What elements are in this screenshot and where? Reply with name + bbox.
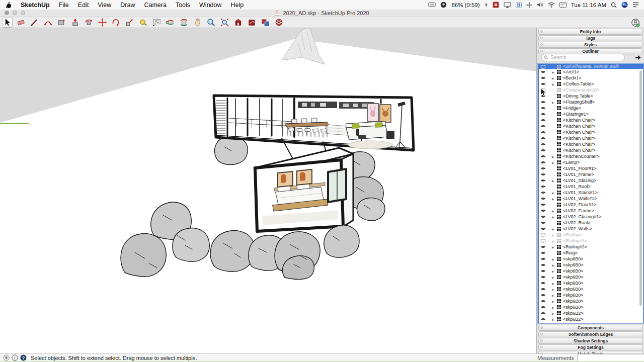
section-collapse-dot[interactable]	[540, 333, 543, 335]
volume-icon[interactable]	[537, 2, 543, 8]
expand-arrow-icon[interactable]: ▶	[552, 257, 556, 261]
visible-eye-icon[interactable]	[540, 269, 546, 273]
visible-eye-icon[interactable]	[540, 130, 546, 134]
section-collapse-dot[interactable]	[540, 30, 543, 33]
outliner-details-button[interactable]	[634, 54, 642, 61]
outliner-row[interactable]: ▶<Railing>	[539, 232, 643, 238]
outliner-row[interactable]: <Ruig>	[539, 250, 643, 256]
outliner-row[interactable]: ▶<LV01_Stairs#1>	[539, 190, 643, 196]
outliner-row[interactable]: ▶<skp6B0>	[539, 268, 643, 274]
orbit-tool[interactable]	[165, 18, 176, 28]
walk-tool[interactable]	[179, 18, 189, 28]
outliner-scrollbar[interactable]	[639, 70, 642, 306]
clock-text[interactable]: Tue 11:16 AM	[571, 2, 606, 8]
outliner-row[interactable]: ▶<skp6B0>	[539, 298, 643, 304]
model-viewport[interactable]	[0, 28, 536, 353]
visible-eye-icon[interactable]	[540, 185, 546, 189]
expand-arrow-icon[interactable]: ▶	[552, 239, 556, 243]
visible-eye-icon[interactable]	[540, 142, 546, 146]
outliner-row[interactable]: ▶<skp6B0>	[539, 262, 643, 268]
arc-tool[interactable]	[43, 18, 53, 28]
hidden-eye-icon[interactable]	[540, 239, 546, 243]
visible-eye-icon[interactable]	[540, 136, 546, 140]
visible-eye-icon[interactable]	[540, 305, 546, 309]
line-tool[interactable]	[29, 18, 40, 28]
outliner-row[interactable]: ▶<skp6B2>	[539, 310, 643, 316]
outliner-row[interactable]: ▶<skp6B0>	[539, 256, 643, 262]
outliner-row[interactable]: ▶<skp6B0>	[539, 304, 643, 310]
visible-eye-icon[interactable]	[540, 178, 546, 183]
push-pull-tool[interactable]	[70, 18, 80, 28]
visible-eye-icon[interactable]	[540, 251, 546, 255]
visible-eye-icon[interactable]	[540, 203, 546, 207]
expand-arrow-icon[interactable]: ▶	[552, 288, 556, 291]
expand-arrow-icon[interactable]: ▶	[552, 312, 556, 315]
outliner-row[interactable]: ▶<LV02_Walls>	[539, 226, 643, 232]
visible-eye-icon[interactable]	[540, 106, 546, 110]
outliner-row[interactable]: ▶<LV01_Glazing>	[539, 177, 643, 184]
shapes-tool[interactable]	[56, 18, 67, 28]
app-b-icon[interactable]: B	[516, 2, 522, 8]
offset-tool[interactable]	[84, 18, 94, 28]
visible-eye-icon[interactable]	[540, 209, 546, 213]
airplay-icon[interactable]	[504, 2, 511, 8]
expand-arrow-icon[interactable]: ▶	[552, 179, 556, 183]
visible-eye-icon[interactable]	[540, 257, 546, 261]
outliner-row[interactable]: <Kitchen Chair>	[539, 135, 643, 141]
menu-file[interactable]: File	[54, 2, 73, 9]
section-fog-settings[interactable]: Fog Settings	[538, 344, 643, 350]
share-model-tool[interactable]	[247, 18, 257, 28]
visible-eye-icon[interactable]	[540, 281, 546, 285]
outliner-row[interactable]: <Fridge>	[539, 105, 643, 111]
visible-eye-icon[interactable]	[540, 275, 546, 279]
section-entity-info[interactable]: Entity Info	[538, 29, 642, 35]
visible-eye-icon[interactable]	[540, 311, 546, 315]
section-collapse-dot[interactable]	[540, 43, 543, 46]
outliner-row[interactable]: <Kitchen Chair>	[539, 141, 643, 147]
outliner-row[interactable]: ▶<Coffee-Table>	[539, 81, 643, 87]
expand-arrow-icon[interactable]: ▶	[552, 306, 556, 309]
menu-view[interactable]: View	[93, 2, 116, 9]
bolt-icon[interactable]	[485, 2, 488, 8]
outliner-row[interactable]: ▶<Lamp>	[539, 159, 643, 165]
visible-eye-icon[interactable]	[540, 245, 546, 249]
section-components[interactable]: Components	[538, 325, 643, 331]
select-tool[interactable]	[2, 18, 13, 28]
outliner-row[interactable]: ▶<skp6B2>	[539, 316, 643, 322]
outliner-row[interactable]: ▶<Art#1>	[539, 69, 643, 75]
outliner-row[interactable]: <LV02_Roof>	[539, 220, 643, 226]
visible-eye-icon[interactable]	[540, 76, 546, 80]
visible-eye-icon[interactable]	[540, 70, 546, 74]
outliner-row[interactable]: ▶<LV02_Glazing#1>	[539, 214, 643, 220]
menu-camera[interactable]: Camera	[139, 2, 171, 9]
visible-eye-icon[interactable]	[540, 191, 546, 195]
menu-window[interactable]: Window	[195, 2, 226, 9]
outliner-row[interactable]: <2d silhouette, woman walk	[539, 64, 643, 69]
visible-eye-icon[interactable]	[540, 154, 546, 158]
section-collapse-dot[interactable]	[540, 346, 543, 348]
record-stop-icon[interactable]	[493, 2, 499, 8]
expand-arrow-icon[interactable]: ▶	[552, 227, 556, 231]
hidden-eye-icon[interactable]	[540, 233, 546, 237]
input-source-icon[interactable]	[559, 2, 567, 8]
outliner-row[interactable]: ▶<skp6B0>	[539, 292, 643, 298]
visible-eye-icon[interactable]	[540, 124, 546, 128]
visible-eye-icon[interactable]	[540, 221, 546, 225]
outliner-row[interactable]: <Kitchen Chair>	[539, 147, 643, 153]
outliner-row[interactable]: <Kitchen Chair>	[539, 117, 643, 123]
outliner-list[interactable]: <2d silhouette, woman walk▶<Art#1>▶<Bed#…	[538, 64, 643, 323]
search-input[interactable]	[541, 54, 625, 61]
expand-arrow-icon[interactable]: ▶	[552, 294, 556, 297]
section-collapse-dot[interactable]	[540, 37, 543, 39]
menu-edit[interactable]: Edit	[73, 2, 94, 9]
section-soften-smooth-edges[interactable]: Soften/Smooth Edges	[538, 331, 643, 337]
outliner-row[interactable]: <LV01_Floor#1>	[539, 165, 643, 171]
visible-eye-icon[interactable]	[540, 293, 546, 297]
outliner-row[interactable]: ▶<Bed#1>	[539, 75, 643, 81]
visible-eye-icon[interactable]	[540, 197, 546, 201]
menu-sketchup[interactable]: SketchUp	[16, 2, 54, 9]
outliner-row[interactable]: <Component#10>	[539, 87, 643, 93]
visible-eye-icon[interactable]	[540, 263, 546, 267]
visible-eye-icon[interactable]	[540, 299, 546, 303]
visible-eye-icon[interactable]	[540, 166, 546, 170]
